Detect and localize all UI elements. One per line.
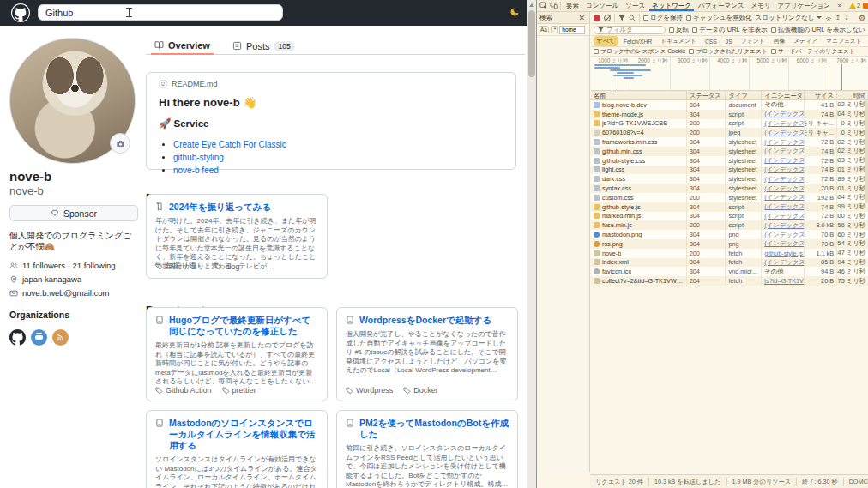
- network-settings-gear-icon[interactable]: ⚙: [859, 14, 865, 22]
- tag[interactable]: Docker: [403, 386, 438, 395]
- service-link[interactable]: Create Eye Catch For Classic: [173, 140, 286, 149]
- post-card-title[interactable]: Hugoブログで最終更新日がすべて同じになっていたのを修正した: [169, 315, 318, 337]
- request-initiator[interactable]: (インデックス):41: [764, 110, 805, 118]
- request-initiator[interactable]: (インデックス):7: [764, 129, 805, 137]
- devtools-tab[interactable]: パフォーマンス: [696, 0, 747, 11]
- pinned-card[interactable]: 2024年を振り返ってみる 年が明けた。2024年。去年に引き続き、また年が明け…: [146, 194, 328, 279]
- request-initiator[interactable]: (インデックス):1175: [764, 258, 805, 267]
- column-header-status[interactable]: ステータス: [687, 91, 726, 99]
- request-row[interactable]: mastodon.png 304 png (インデックス):13 70 B 46…: [591, 230, 868, 239]
- search-drawer-close-icon[interactable]: ✕: [576, 14, 587, 22]
- post-card[interactable]: Hugoブログで最終更新日がすべて同じになっていたのを修正した 最終更新日が1分…: [146, 307, 328, 401]
- post-card-title[interactable]: PM2を使ってMastodonのBotを作成した: [359, 418, 509, 440]
- post-card[interactable]: PM2を使ってMastodonのBotを作成した 前回に引き続き、ソロインスタン…: [336, 410, 518, 488]
- type-filter-chip[interactable]: メディア: [790, 36, 821, 47]
- request-initiator[interactable]: js?id=G-TK1VWSJCBB: [764, 277, 805, 285]
- request-initiator[interactable]: (インデックス):1174: [764, 221, 805, 230]
- search-input[interactable]: [38, 4, 283, 21]
- theme-toggle-moon-icon[interactable]: [509, 7, 520, 17]
- network-search-icon[interactable]: [629, 15, 636, 21]
- request-initiator[interactable]: (インデックス):14: [764, 239, 805, 248]
- request-row[interactable]: custom.css 200 stylesheet (インデックス):0 192…: [591, 193, 868, 202]
- hide-data-urls-checkbox[interactable]: データの URL を非表示: [692, 26, 768, 34]
- column-header-type[interactable]: タイプ: [726, 91, 762, 99]
- scroll-up-arrow[interactable]: [527, 0, 536, 9]
- type-filter-chip[interactable]: 画像: [770, 36, 789, 47]
- hide-extension-urls-checkbox[interactable]: 拡張機能の URL を表示しない: [771, 26, 865, 34]
- request-initiator[interactable]: (インデックス):0: [764, 166, 805, 174]
- request-row[interactable]: rss.png 304 png (インデックス):14 70 B 554 ミリ秒: [591, 239, 868, 249]
- scrollbar-thumb[interactable]: [528, 10, 535, 77]
- github-logo-icon[interactable]: [11, 3, 30, 22]
- filter-funnel-icon[interactable]: [618, 15, 625, 21]
- clear-network-log-icon[interactable]: [604, 15, 611, 21]
- column-header-size[interactable]: サイズ: [805, 91, 837, 99]
- page-scrollbar[interactable]: [527, 0, 536, 488]
- followers-text[interactable]: 11 followers · 21 following: [22, 261, 116, 270]
- request-initiator[interactable]: (インデックス):0: [764, 175, 805, 184]
- blocked-filter-checkbox[interactable]: ブロック中のレスポンス Cookie: [594, 47, 685, 56]
- export-har-icon[interactable]: ↧: [844, 14, 849, 21]
- request-row[interactable]: blog.nove-b.dev 304 document その他 41 B 10…: [591, 100, 868, 110]
- regex-button[interactable]: .*: [551, 26, 558, 33]
- type-filter-chip[interactable]: JS: [722, 37, 736, 46]
- request-initiator[interactable]: その他: [764, 100, 783, 109]
- request-row[interactable]: favicon.ico 304 vnd.micr... その他 94 B 346…: [591, 267, 868, 276]
- type-filter-chip[interactable]: フォント: [738, 36, 769, 47]
- match-case-button[interactable]: Aa: [539, 26, 549, 33]
- request-initiator[interactable]: github-style.js:435: [764, 250, 805, 257]
- request-row[interactable]: syntax.css 304 stylesheet (インデックス):0 70 …: [591, 184, 868, 193]
- tab-posts[interactable]: Posts 105: [229, 37, 298, 55]
- pinned-card-title[interactable]: 2024年を振り返ってみる: [169, 202, 271, 213]
- email-text[interactable]: nove.b.web@gmail.com: [22, 288, 110, 298]
- blocked-filter-checkbox[interactable]: ブロックされたリクエスト: [689, 47, 767, 56]
- request-initiator[interactable]: (インデックス):1165: [764, 202, 805, 211]
- devtools-tab[interactable]: ソース: [623, 0, 648, 11]
- request-row[interactable]: nove-b 200 fetch github-style.js:435 1.1…: [591, 249, 868, 258]
- request-initiator[interactable]: (インデックス):0: [764, 193, 805, 202]
- request-initiator[interactable]: (インデックス):1165: [764, 212, 805, 220]
- request-initiator[interactable]: (インデックス):41: [764, 156, 805, 165]
- type-filter-chip[interactable]: ドキュメント: [657, 36, 700, 47]
- request-initiator[interactable]: (インデックス):41: [764, 147, 805, 155]
- tag[interactable]: Github Action: [155, 386, 212, 395]
- sponsor-button[interactable]: Sponsor: [9, 205, 138, 221]
- request-initiator[interactable]: (インデックス):0: [764, 184, 805, 193]
- service-link[interactable]: nove-b feed: [173, 166, 219, 175]
- readme-filename[interactable]: README.md: [172, 80, 218, 88]
- tag[interactable]: blog: [214, 261, 239, 272]
- service-link[interactable]: github-styling: [173, 153, 224, 162]
- issues-badge[interactable]: 2: [863, 2, 868, 9]
- request-row[interactable]: github-style.js 304 script (インデックス):1165…: [591, 202, 868, 212]
- network-filter-input[interactable]: フィルタ: [594, 26, 666, 34]
- type-filter-chip[interactable]: CSS: [702, 37, 720, 46]
- request-initiator[interactable]: (インデックス):0: [764, 138, 805, 147]
- throttling-dropdown[interactable]: スロットリングなし: [756, 14, 822, 22]
- devtools-tab[interactable]: ネットワーク: [649, 0, 694, 11]
- org-rss-icon[interactable]: [52, 329, 69, 346]
- avatar[interactable]: [9, 38, 136, 164]
- tab-overview[interactable]: Overview: [151, 37, 214, 55]
- table-scrollbar[interactable]: [865, 100, 868, 203]
- request-row[interactable]: collect?v=2&tid=G-TK1VWSJCB3&g... 204 fe…: [591, 276, 868, 286]
- post-card[interactable]: WordpressをDockerで起動する 個人開発が完了し、やることがなくなっ…: [336, 307, 518, 401]
- preserve-log-checkbox[interactable]: ログを保持: [643, 14, 683, 22]
- tag[interactable]: prettier: [222, 386, 256, 395]
- request-initiator[interactable]: (インデックス):13: [764, 231, 805, 239]
- request-row[interactable]: marked.min.js 304 script (インデックス):1165 7…: [591, 212, 868, 221]
- column-header-name[interactable]: 名前: [591, 91, 687, 99]
- disable-cache-checkbox[interactable]: キャッシュを無効化: [686, 14, 752, 22]
- request-row[interactable]: light.css 304 stylesheet (インデックス):0 74 B…: [591, 166, 868, 175]
- request-initiator[interactable]: (インデックス):41: [764, 119, 805, 128]
- request-row[interactable]: github-style.css 304 stylesheet (インデックス)…: [591, 156, 868, 166]
- request-row[interactable]: theme-mode.js 304 script (インデックス):41 74 …: [591, 110, 868, 119]
- post-card-title[interactable]: WordpressをDockerで起動する: [359, 315, 491, 326]
- post-card-title[interactable]: Mastodonのソロインスタンスでローカルタイムラインを情報収集で活用する: [169, 418, 318, 451]
- request-row[interactable]: frameworks.min.css 304 stylesheet (インデック…: [591, 137, 868, 147]
- import-har-icon[interactable]: ↥: [835, 14, 841, 21]
- post-card[interactable]: Mastodonのソロインスタンスでローカルタイムラインを情報収集で活用する ソ…: [146, 410, 328, 488]
- request-row[interactable]: github.min.css 304 stylesheet (インデックス):4…: [591, 147, 868, 156]
- invert-checkbox[interactable]: 反転: [669, 26, 689, 34]
- request-row[interactable]: index.xml 304 fetch (インデックス):1175 85 B 9…: [591, 258, 868, 268]
- tag[interactable]: Wordpress: [346, 386, 393, 395]
